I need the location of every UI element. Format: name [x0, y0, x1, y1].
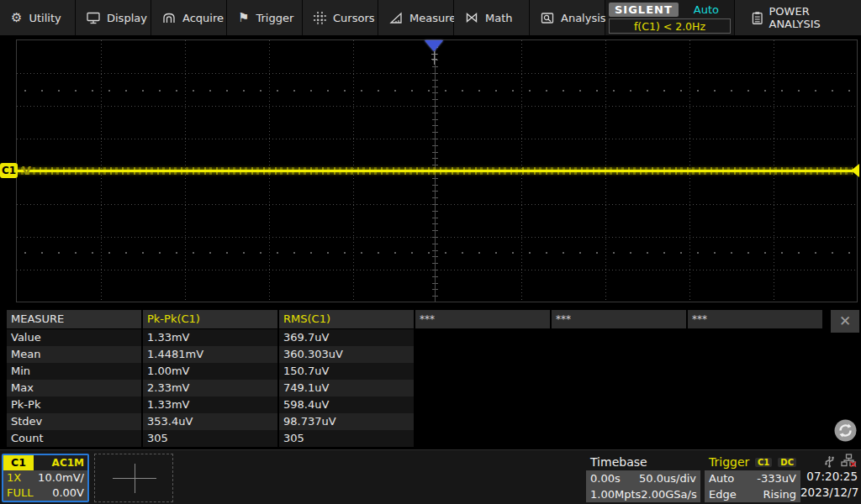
table-row: Count 305 305: [7, 430, 414, 447]
channel1-scale: 10.0mV/: [38, 470, 84, 486]
cell-value: 1.33mV: [143, 329, 277, 346]
timebase-descriptor[interactable]: Timebase 0.00s 50.0us/div 1.00Mpts 2.00G…: [586, 454, 700, 502]
cell-value: 598.4uV: [279, 396, 414, 413]
trigger-position-stem: [434, 51, 435, 65]
brand-block: SIGLENT Auto f(C1) < 2.0Hz: [605, 0, 735, 35]
row-label: Value: [7, 329, 141, 346]
table-row: Min 1.00mV 150.7uV: [7, 363, 414, 380]
table-row: Stdev 353.4uV 98.737uV: [7, 413, 414, 430]
cell-value: 369.7uV: [279, 329, 414, 346]
cell-value: 2.33mV: [143, 380, 277, 396]
siglent-logo: SIGLENT: [609, 3, 679, 17]
channel1-descriptor[interactable]: C1 AC1M 1X 10.0mV/ FULL 0.00V: [2, 454, 89, 502]
c1-offset-marker[interactable]: C1: [0, 163, 18, 178]
crosshair-icon: [135, 464, 135, 493]
menu-acquire[interactable]: Acquire: [151, 0, 227, 35]
oscilloscope-screen: ⚙ Utility Display Acquire ⚑ Trigger: [0, 0, 861, 504]
bowtie-icon: [465, 12, 478, 24]
channel1-badge: C1: [3, 455, 34, 470]
timebase-memory: 1.00Mpts: [590, 486, 641, 502]
menu-label: Utility: [29, 12, 61, 24]
menu-utility[interactable]: ⚙ Utility: [0, 0, 76, 35]
trigger-title: Trigger: [709, 454, 749, 470]
monitor-icon: [87, 12, 100, 24]
menu-label: Analysis: [561, 12, 606, 24]
bottom-status-bar: C1 AC1M 1X 10.0mV/ FULL 0.00V Timebase: [0, 449, 861, 504]
system-status: ✕ 07:20:25 2023/12/7: [800, 452, 859, 502]
channel1-offset: 0.00V: [52, 486, 84, 501]
cell-value: 305: [279, 430, 414, 447]
cell-value: 1.00mV: [143, 363, 277, 380]
menu-analysis[interactable]: Analysis: [530, 0, 605, 35]
frequency-counter-readout: f(C1) < 2.0Hz: [609, 18, 731, 34]
menu-cursors[interactable]: Cursors: [303, 0, 378, 35]
clock-time: 07:20:25: [800, 469, 859, 485]
timebase-delay: 0.00s: [590, 470, 621, 486]
measure-col-empty[interactable]: ***: [415, 310, 550, 328]
c1-unit-marker: V: [22, 163, 31, 178]
minor-tick-row: [24, 252, 857, 254]
table-row: Pk-Pk 1.33mV 598.4uV: [7, 396, 414, 413]
timebase-samplerate: 2.00GSa/s: [641, 486, 696, 502]
clipboard-icon: [752, 11, 763, 25]
svg-text:✕: ✕: [849, 458, 858, 468]
waveform-display[interactable]: C1 V: [0, 35, 861, 309]
cell-value: 360.303uV: [279, 346, 414, 363]
timebase-title: Timebase: [590, 454, 647, 470]
table-row: Max 2.33mV 749.1uV: [7, 380, 414, 396]
close-icon[interactable]: ✕: [831, 310, 859, 333]
measure-col-rms[interactable]: RMS(C1): [279, 310, 414, 328]
cell-value: 150.7uV: [279, 363, 414, 380]
row-label: Mean: [7, 346, 141, 363]
measure-header-row: MEASURE Pk-Pk(C1) RMS(C1) *** *** ***: [7, 310, 822, 328]
trigger-position-indicator[interactable]: [425, 40, 443, 51]
row-label: Pk-Pk: [7, 396, 141, 413]
minor-tick-row: [24, 90, 857, 92]
table-row: Value 1.33mV 369.7uV: [7, 329, 414, 346]
trigger-slope: Rising: [763, 486, 796, 502]
cell-value: 749.1uV: [279, 380, 414, 396]
gesture-rotate-button[interactable]: [834, 419, 857, 442]
menu-label: Math: [485, 12, 513, 24]
cell-value: 305: [143, 430, 277, 447]
rotate-icon: [834, 419, 857, 442]
channel1-attenuation: 1X: [7, 470, 21, 486]
trigger-coupling-badge: DC: [778, 458, 796, 467]
menu-label: Trigger: [256, 12, 293, 24]
menu-display[interactable]: Display: [76, 0, 151, 35]
row-label: Min: [7, 363, 141, 380]
flag-icon: ⚑: [238, 12, 249, 24]
add-channel-placeholder[interactable]: [94, 454, 173, 502]
measure-col-pkpk[interactable]: Pk-Pk(C1): [143, 310, 277, 328]
acquisition-mode-badge: Auto: [694, 3, 719, 16]
menu-trigger[interactable]: ⚑ Trigger: [227, 0, 303, 35]
row-label: Max: [7, 380, 141, 396]
ruler-icon: [389, 12, 403, 24]
trigger-level: -333uV: [757, 470, 796, 486]
measure-panel: MEASURE Pk-Pk(C1) RMS(C1) *** *** *** ✕ …: [0, 309, 861, 449]
measure-title: MEASURE: [7, 310, 141, 328]
menu-math[interactable]: Math: [454, 0, 530, 35]
trigger-descriptor[interactable]: Trigger C1 DC Auto -333uV Edge Rising: [705, 454, 800, 502]
trigger-level-arrow[interactable]: [851, 164, 859, 177]
cell-value: 1.4481mV: [143, 346, 277, 363]
row-label: Count: [7, 430, 141, 447]
channel1-coupling: AC1M: [52, 457, 87, 469]
menu-label: Cursors: [333, 12, 375, 24]
menu-measure[interactable]: Measure: [378, 0, 454, 35]
channel1-bandwidth: FULL: [7, 486, 33, 501]
menu-power-analysis[interactable]: POWER ANALYSIS: [735, 0, 861, 35]
lan-disconnected-icon: ✕: [841, 454, 857, 468]
folder-search-icon: [541, 12, 554, 24]
menu-bar: ⚙ Utility Display Acquire ⚑ Trigger: [0, 0, 861, 35]
arch-icon: [162, 12, 176, 24]
measure-col-empty[interactable]: ***: [688, 310, 822, 328]
menu-label: Display: [107, 12, 147, 24]
c1-trace[interactable]: [16, 170, 853, 172]
cell-value: 353.4uV: [143, 413, 277, 430]
cell-value: 1.33mV: [143, 396, 277, 413]
timebase-scale: 50.0us/div: [639, 470, 696, 486]
usb-icon: [823, 454, 836, 468]
measure-col-empty[interactable]: ***: [552, 310, 686, 328]
clock-date: 2023/12/7: [800, 485, 859, 501]
